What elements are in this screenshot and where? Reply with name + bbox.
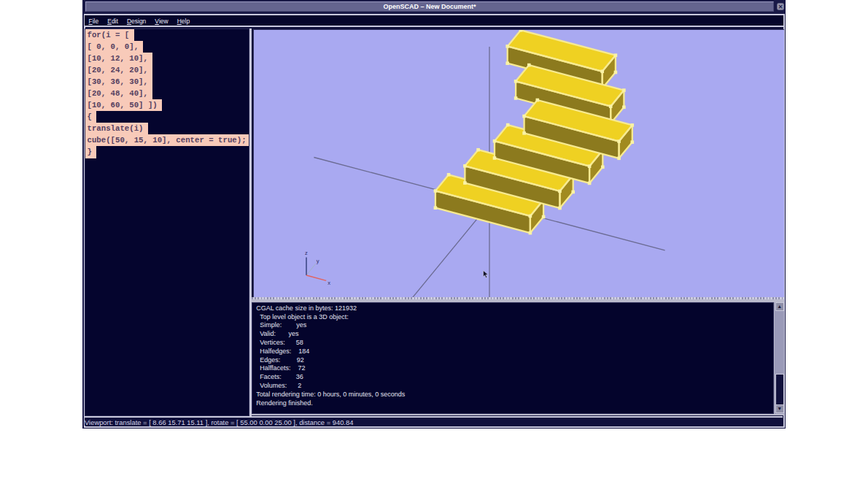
svg-text:z: z <box>305 250 308 256</box>
svg-text:y: y <box>317 258 319 264</box>
svg-text:x: x <box>328 280 330 286</box>
